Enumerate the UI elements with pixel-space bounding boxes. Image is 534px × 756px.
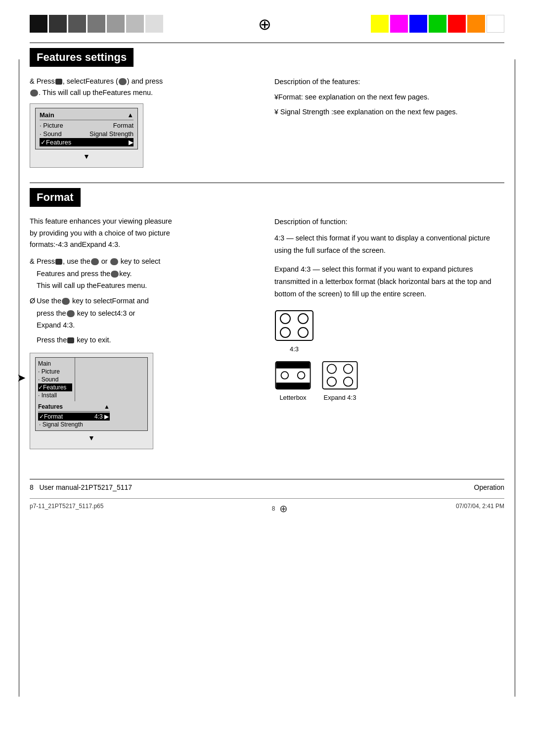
features-section: Features settings & Press, selectFeature… <box>30 43 504 168</box>
format-intro-3: formats:-4:3 and <box>30 240 82 248</box>
bottom-page: 8 <box>272 505 275 512</box>
footer-page-num: 8 <box>30 483 34 491</box>
icon-43-svg <box>274 310 314 342</box>
format-section: Format This feature enhances your viewin… <box>30 183 504 449</box>
bottom-file: p7-11_21PT5217_5117.p65 <box>30 503 103 515</box>
left-features: ✓Features <box>38 383 72 391</box>
crosshair-icon <box>258 15 276 33</box>
format-intro-2: by providing you with a choice of two pi… <box>30 229 170 237</box>
format-intro: This feature enhances your viewing pleas… <box>30 216 260 250</box>
exit-key: key to exit. <box>75 336 111 344</box>
remote-icon-2 <box>55 259 62 265</box>
format-desc-expand: Expand 4:3 — select this format if you w… <box>274 263 504 300</box>
left-picture: · Picture <box>38 368 72 376</box>
menu-arrow-down: ▼ <box>35 152 138 160</box>
svg-point-8 <box>281 372 289 379</box>
exit-press: Press the <box>37 336 67 344</box>
color-blocks-left <box>30 15 163 33</box>
features-two-col: & Press, selectFeatures () and press . T… <box>30 76 504 168</box>
color-block-magenta <box>390 15 408 33</box>
format-desc-title: Description of function: <box>274 216 504 228</box>
format-right-col: Description of function: 4:3 — select th… <box>274 216 504 449</box>
svg-point-12 <box>344 365 353 374</box>
svg-rect-10 <box>322 362 357 389</box>
menu-format: Format <box>113 122 134 129</box>
menu-sound: · Sound <box>40 130 62 138</box>
color-block-yellow <box>371 15 389 33</box>
icon-letterbox-wrap: Letterbox <box>274 361 312 401</box>
right-header: Features ▲ <box>38 403 110 412</box>
features-step1-text: & Press, selectFeatures () and press . T… <box>30 76 260 98</box>
picture-icons-row-2: Letterbox Expand 4:3 <box>274 361 504 401</box>
picture-icons-row: 4:3 <box>274 310 504 353</box>
color-block-white <box>487 15 504 33</box>
step1-this-will: . This will call up the <box>39 89 102 96</box>
bullet2-key: key to select <box>70 297 112 305</box>
format-val-text: 4:3 <box>94 413 103 420</box>
ok-icon-2 <box>30 90 38 96</box>
format-arrow-down: ▼ <box>35 434 148 442</box>
menu-pointer-arrow: ➤ <box>17 372 26 384</box>
down-icon <box>110 258 118 265</box>
bottom-crosshair-icon: ⊕ <box>279 503 288 515</box>
format-description: Description of function: 4:3 — select th… <box>274 216 504 300</box>
bullet1-key2: key. <box>119 270 132 278</box>
svg-rect-6 <box>276 362 310 369</box>
svg-point-4 <box>298 328 308 337</box>
color-block-orange <box>467 15 485 33</box>
footer-page-manual: 8 User manual-21PT5217_5117 <box>30 483 132 491</box>
svg-point-1 <box>280 314 290 324</box>
features-right-col: Description of the features: ¥Format: se… <box>274 76 504 168</box>
up-icon <box>91 258 99 265</box>
menu-arrow-up: ▲ <box>127 111 134 119</box>
features-menu-box: Main ▲ · Picture Format · Sound Signal S… <box>30 103 143 168</box>
bottom-bar: p7-11_21PT5217_5117.p65 8 ⊕ 07/07/04, 2:… <box>30 498 504 515</box>
footer-manual: User manual-21PT5217_5117 <box>39 483 132 491</box>
menu-features: ✓Features <box>41 139 71 146</box>
desc-format: ¥Format: see explanation on the next few… <box>274 91 504 103</box>
format-menu-outer: Main · Picture · Sound ✓Features · Insta… <box>35 357 148 431</box>
footer-section: Operation <box>474 483 504 491</box>
icon-expand-svg <box>321 361 358 390</box>
features-left-col: & Press, selectFeatures () and press . T… <box>30 76 260 168</box>
bullet1-features-menu: Features menu. <box>97 282 147 289</box>
color-block-red <box>448 15 466 33</box>
desc-title: Description of the features: <box>274 76 504 88</box>
svg-point-2 <box>298 314 308 324</box>
bullet1-press: Press <box>37 257 55 265</box>
format-bullet-2: Use the key to selectFormat and press th… <box>30 295 260 331</box>
menu-row-sound: · Sound Signal Strength <box>40 130 134 138</box>
format-two-col: This feature enhances your viewing pleas… <box>30 216 504 449</box>
right-features-label: Features <box>38 403 63 410</box>
svg-point-9 <box>298 372 305 379</box>
ok-icon-1 <box>119 78 127 85</box>
right-format-row: ✓Format 4:3 ▶ <box>38 413 110 421</box>
svg-point-14 <box>344 377 353 386</box>
right-format-val: 4:3 ▶ <box>94 413 109 420</box>
exit-icon <box>67 337 74 343</box>
ok-icon-4 <box>67 310 75 317</box>
menu-main-label: Main <box>40 111 54 119</box>
features-menu-label: Features menu. <box>102 89 153 96</box>
color-block-blue <box>409 15 427 33</box>
format-desc-43: 4:3 — select this format if you want to … <box>274 232 504 256</box>
step1-select: , selectFeatures ( <box>63 77 118 85</box>
step1-and-press: ) and press <box>127 77 163 85</box>
format-exit-line: Press the key to exit. <box>30 334 260 346</box>
bullet2-use: Use the <box>37 297 61 305</box>
right-margin-line <box>515 59 515 697</box>
svg-rect-7 <box>276 383 310 389</box>
color-block-7 <box>145 15 163 33</box>
format-menu-box: Main · Picture · Sound ✓Features · Insta… <box>30 353 153 449</box>
desc-signal: ¥ Signal Strength :see explanation on th… <box>274 106 504 118</box>
right-signal-label: · Signal Strength <box>39 421 83 428</box>
bullet2-expand: Expand 4:3. <box>37 321 75 329</box>
nav-icon <box>62 298 70 305</box>
menu-features-arrow: ▶ <box>129 139 134 146</box>
color-block-green <box>429 15 446 33</box>
features-divider <box>30 43 504 43</box>
icon-expand-wrap: Expand 4:3 <box>321 361 358 401</box>
label-expand: Expand 4:3 <box>321 394 358 401</box>
right-signal-row: · Signal Strength <box>38 421 110 428</box>
label-letterbox: Letterbox <box>274 394 312 401</box>
